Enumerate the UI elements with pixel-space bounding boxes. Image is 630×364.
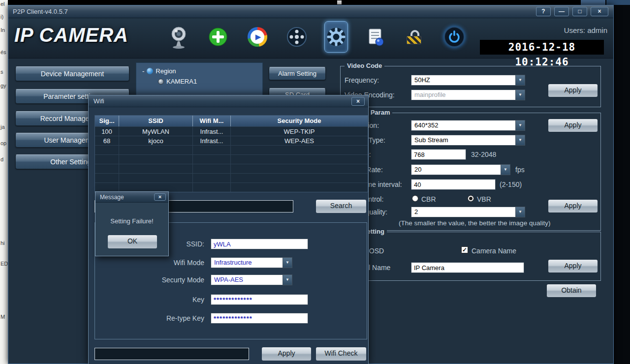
wifi-mode-select[interactable]: Infrastructure — [211, 257, 292, 268]
chevron-down-icon[interactable] — [501, 165, 510, 175]
chevron-down-icon[interactable] — [515, 135, 525, 145]
channel-name-input[interactable] — [411, 262, 524, 273]
maximize-button[interactable]: □ — [572, 7, 587, 16]
frequency-select[interactable]: 50HZ — [411, 75, 525, 86]
bg-text-fragment: In — [0, 27, 5, 33]
bitrate-input[interactable] — [411, 149, 466, 160]
bg-text-fragment: ja — [0, 124, 5, 130]
chevron-down-icon[interactable] — [515, 75, 525, 85]
cell-security-mode: WEP-AES — [230, 136, 368, 145]
camera-name-label: Camera Name — [472, 247, 516, 255]
help-button[interactable]: ? — [536, 7, 551, 16]
settings-button[interactable] — [324, 21, 348, 53]
table-row[interactable] — [95, 173, 368, 182]
keyframe-input[interactable] — [411, 179, 496, 190]
quality-note: (The smaller the value, the better the i… — [399, 219, 550, 227]
tree-node-region[interactable]: - Region — [142, 67, 262, 75]
cell-security-mode — [230, 146, 368, 154]
quality-select[interactable]: 2 — [411, 207, 525, 217]
key-input[interactable] — [211, 294, 308, 305]
frequency-label: Frequency: — [345, 76, 379, 84]
sidebar-item-device-management[interactable]: Device Management — [15, 66, 129, 81]
minimize-button[interactable]: — — [554, 7, 569, 16]
record-button[interactable] — [285, 21, 309, 53]
security-mode-select[interactable]: WPA-AES — [211, 274, 292, 285]
users-label: Users: admin — [564, 26, 607, 34]
wifi-dialog-titlebar[interactable]: Wifi × — [89, 95, 368, 107]
osd-apply-button[interactable]: Apply — [548, 260, 598, 273]
chevron-down-icon[interactable] — [515, 207, 525, 217]
close-button[interactable]: × — [591, 7, 608, 16]
cbr-radio[interactable] — [412, 195, 418, 202]
taskbar-item — [606, 0, 630, 5]
wifi-apply-button[interactable]: Apply — [262, 347, 311, 361]
camera-name-checkbox[interactable] — [461, 246, 468, 253]
encoding-value: mainprofile — [411, 90, 515, 100]
column-header-wifi-mode: Wifi M... — [192, 116, 230, 126]
resolution-value: 640*352 — [411, 121, 515, 130]
ok-button[interactable]: OK — [108, 235, 157, 248]
bg-text-fragment: gy — [0, 83, 6, 89]
chevron-down-icon[interactable] — [283, 258, 292, 268]
bg-text-fragment: d — [0, 156, 3, 162]
tree-node-camera[interactable]: KAMERA1 — [158, 78, 262, 85]
cell-wifi-mode: Infrast... — [192, 136, 230, 145]
table-row[interactable] — [95, 154, 368, 164]
lock-button[interactable] — [403, 21, 427, 53]
lock-icon — [407, 30, 423, 44]
cell-security-mode — [230, 155, 368, 164]
obtain-button[interactable]: Obtain — [547, 284, 596, 297]
cell-wifi-mode — [192, 146, 230, 154]
app-logo: IP CAMERA — [14, 24, 128, 46]
power-button[interactable] — [442, 21, 466, 53]
ssid-input[interactable] — [211, 239, 308, 249]
cell-signal — [95, 174, 119, 182]
message-dialog-titlebar[interactable]: Message × — [95, 192, 168, 203]
vbr-radio[interactable] — [468, 195, 474, 202]
resolution-select[interactable]: 640*352 — [411, 120, 525, 131]
table-row[interactable]: 100 MyWLAN Infrast... WEP-TKIP — [95, 126, 368, 136]
clock-display: 2016-12-18 10:12:46 — [480, 40, 604, 55]
camera-view-button[interactable] — [167, 21, 190, 53]
playback-button[interactable]: ▶ — [246, 21, 269, 53]
window-title: P2P Client-v4.0.5.7 — [13, 8, 68, 15]
stream-param-apply-button[interactable]: Apply — [548, 119, 598, 132]
table-row[interactable] — [95, 145, 368, 154]
wifi-check-button[interactable]: Wifi Check — [316, 347, 366, 361]
fps-unit-label: fps — [515, 166, 525, 174]
log-button[interactable] — [364, 21, 387, 53]
retype-key-input[interactable] — [211, 313, 308, 324]
column-header-signal: Sig... — [95, 116, 119, 126]
cell-signal: 100 — [95, 127, 119, 136]
message-dialog-close-button[interactable]: × — [154, 193, 166, 201]
stream-type-select[interactable]: Sub Stream — [411, 135, 525, 146]
film-reel-icon — [286, 26, 308, 48]
cell-ssid — [119, 174, 192, 182]
table-row[interactable] — [95, 164, 368, 173]
bg-text-fragment: el — [0, 1, 5, 7]
tree-collapse-toggle[interactable]: - — [142, 67, 144, 75]
chevron-down-icon[interactable] — [515, 121, 525, 130]
add-device-button[interactable] — [206, 21, 230, 53]
table-row[interactable]: 68 kjoco Infrast... WEP-AES — [95, 136, 368, 145]
p2p-client-window: P2P Client-v4.0.5.7 ? — □ × IP CAMERA — [8, 5, 614, 364]
video-code-apply-button[interactable]: Apply — [548, 84, 598, 97]
wifi-dialog-close-button[interactable]: × — [351, 97, 365, 106]
quality-value: 2 — [411, 207, 515, 217]
stream-param-apply-button-2[interactable]: Apply — [548, 200, 598, 212]
cbr-label: CBR — [421, 195, 436, 203]
framerate-select[interactable]: 20 — [411, 164, 510, 175]
cell-ssid — [119, 183, 192, 192]
security-mode-value: WPA-AES — [211, 275, 283, 285]
wifi-search-button[interactable]: Search — [316, 200, 366, 213]
chevron-down-icon[interactable] — [283, 275, 292, 285]
titlebar[interactable]: P2P Client-v4.0.5.7 ? — □ × — [8, 5, 613, 18]
table-row[interactable] — [95, 182, 368, 192]
alarm-setting-button[interactable]: Alarm Setting — [269, 67, 326, 80]
cell-wifi-mode: Infrast... — [192, 127, 230, 136]
webcam-icon — [168, 25, 189, 49]
stream-param-group: Stream Param Resolution: 640*352 Apply S… — [340, 113, 601, 231]
cell-signal — [95, 146, 119, 154]
cell-signal: 68 — [95, 136, 119, 145]
wifi-status-input[interactable] — [94, 348, 249, 360]
